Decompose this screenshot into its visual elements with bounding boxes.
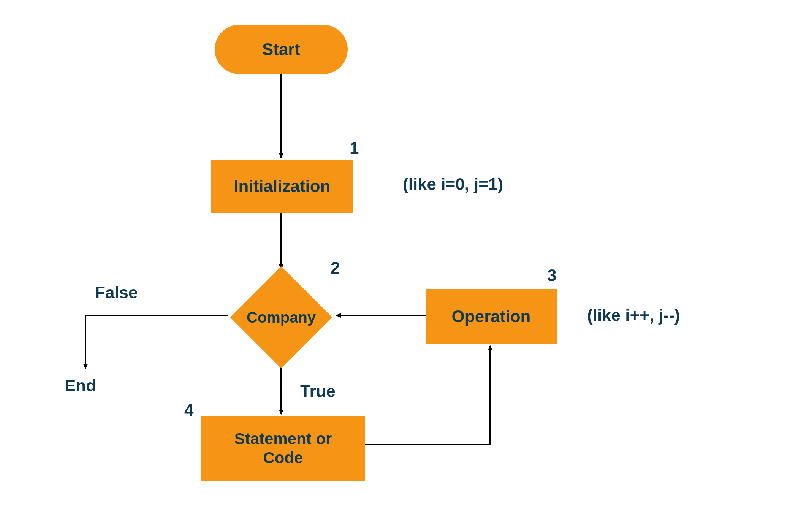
node-operation: Operation <box>426 289 557 344</box>
arrows-layer <box>0 0 798 532</box>
node-operation-label: Operation <box>452 307 531 326</box>
annotation-init: (like i=0, j=1) <box>403 175 503 194</box>
node-initialization-label: Initialization <box>234 177 330 196</box>
node-initialization-number: 1 <box>350 139 359 158</box>
node-operation-number: 3 <box>547 266 556 285</box>
edge-label-false: False <box>95 283 138 302</box>
edge-label-true: True <box>300 382 336 401</box>
node-initialization: Initialization <box>211 160 353 213</box>
node-statement-label: Statement or Code <box>234 429 332 468</box>
node-condition: Company <box>245 281 317 353</box>
node-start-label: Start <box>262 40 300 59</box>
flowchart-canvas: Start Initialization 1 (like i=0, j=1) C… <box>0 0 798 532</box>
edge-condition-false <box>86 315 228 369</box>
annotation-operation: (like i++, j--) <box>587 306 680 325</box>
node-statement-number: 4 <box>184 401 193 420</box>
node-start: Start <box>215 25 348 74</box>
edge-statement-to-operation <box>365 346 490 445</box>
node-condition-label: Company <box>247 309 316 326</box>
node-condition-number: 2 <box>331 258 340 277</box>
edge-label-end: End <box>65 376 96 395</box>
node-statement: Statement or Code <box>201 416 365 481</box>
